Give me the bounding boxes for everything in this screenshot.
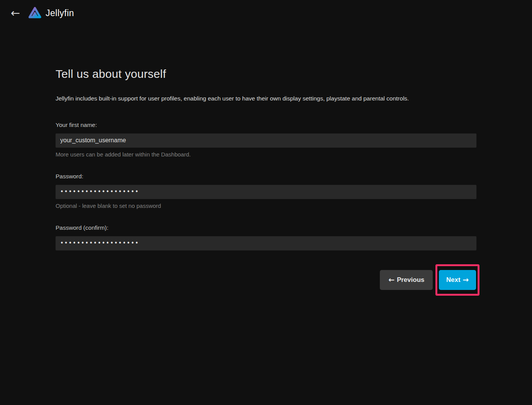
app-title: Jellyfin: [46, 8, 74, 18]
next-button-label: Next: [446, 276, 460, 284]
password-confirm-label: Password (confirm):: [56, 224, 476, 231]
page-title: Tell us about yourself: [56, 68, 476, 81]
username-input[interactable]: [56, 133, 476, 148]
username-field-group: Your first name: More users can be added…: [56, 122, 476, 158]
password-input[interactable]: [56, 185, 476, 199]
password-label: Password:: [56, 173, 476, 180]
wizard-button-row: ← Previous Next →: [56, 264, 476, 296]
password-helper-text: Optional - leave blank to set no passwor…: [56, 202, 476, 209]
previous-button-label: Previous: [397, 276, 424, 284]
jellyfin-logo-icon: [28, 6, 42, 20]
previous-button[interactable]: ← Previous: [380, 270, 433, 290]
username-label: Your first name:: [56, 122, 476, 128]
back-arrow-icon: ←: [11, 8, 20, 19]
password-field-group: Password: Optional - leave blank to set …: [56, 173, 476, 209]
page-description: Jellyfin includes built-in support for u…: [56, 95, 476, 102]
arrow-right-icon: →: [463, 276, 469, 283]
next-button[interactable]: Next →: [439, 270, 476, 290]
password-confirm-input[interactable]: [56, 236, 476, 250]
username-helper-text: More users can be added later within the…: [56, 151, 476, 158]
password-confirm-field-group: Password (confirm):: [56, 224, 476, 250]
top-bar: ← Jellyfin: [0, 0, 532, 26]
annotation-highlight-box: Next →: [435, 264, 479, 296]
arrow-left-icon: ←: [388, 276, 394, 283]
setup-wizard-page: Tell us about yourself Jellyfin includes…: [56, 68, 476, 296]
brand: Jellyfin: [28, 6, 74, 20]
back-button[interactable]: ←: [7, 5, 24, 21]
